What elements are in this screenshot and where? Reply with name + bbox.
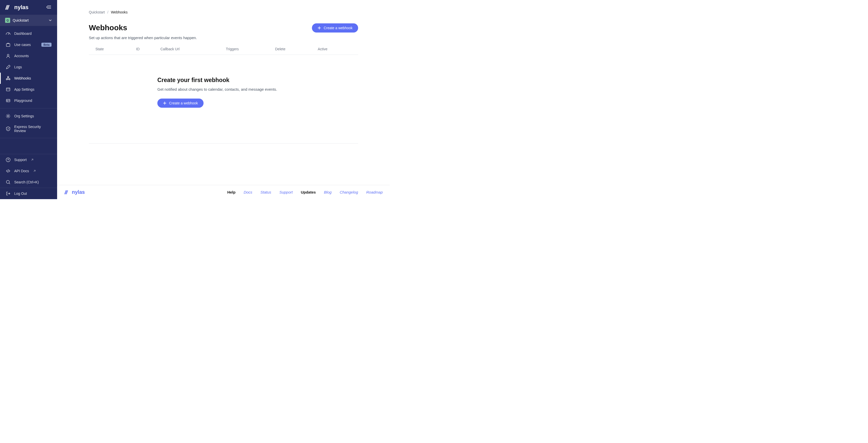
sidebar: nylas Q Quickstart Dash (0, 0, 57, 199)
window-icon (6, 87, 11, 92)
sidebar-item-app-settings[interactable]: App Settings (0, 84, 57, 95)
sidebar-item-label: Dashboard (14, 31, 32, 35)
page-title: Webhooks (89, 23, 127, 32)
create-webhook-button[interactable]: Create a webhook (312, 23, 358, 32)
svg-point-3 (6, 79, 8, 80)
svg-rect-6 (6, 99, 10, 102)
svg-rect-5 (6, 88, 10, 91)
create-webhook-button-empty[interactable]: Create a webhook (157, 98, 204, 108)
code-icon (6, 169, 11, 174)
sidebar-item-search[interactable]: Search (Ctrl+K) (0, 177, 57, 188)
empty-state: Create your first webhook Get notified a… (89, 55, 358, 123)
sidebar-item-playground[interactable]: Playground (0, 95, 57, 106)
sidebar-item-accounts[interactable]: Accounts (0, 50, 57, 61)
sidebar-header: nylas (0, 0, 57, 15)
gauge-icon (6, 31, 11, 36)
chevron-down-icon (49, 19, 52, 22)
logout-icon (6, 191, 11, 196)
sidebar-item-label: Support (14, 158, 27, 162)
th-active: Active (318, 47, 351, 51)
main-content: Quickstart / Webhooks Webhooks Create a … (57, 0, 390, 199)
sidebar-item-label: Org Settings (14, 114, 34, 118)
sidebar-item-label: Webhooks (14, 76, 31, 80)
svg-point-2 (8, 77, 9, 78)
sidebar-item-label: API Docs (14, 169, 29, 173)
footer-logo[interactable]: nylas (64, 189, 85, 195)
nylas-logo-icon (5, 5, 12, 10)
shield-icon (6, 126, 11, 131)
workspace-name: Quickstart (13, 18, 29, 22)
briefcase-icon (6, 42, 11, 47)
th-id: ID (136, 47, 160, 51)
th-callback: Callback Url (160, 47, 226, 51)
footer-links: Help Docs Status Support Updates Blog Ch… (227, 190, 383, 194)
sidebar-item-label: Playground (14, 98, 32, 102)
sidebar-item-label: Search (Ctrl+K) (14, 180, 39, 184)
sidebar-item-logs[interactable]: Logs (0, 61, 57, 72)
breadcrumb: Quickstart / Webhooks (89, 10, 358, 14)
sidebar-item-webhooks[interactable]: Webhooks (0, 72, 57, 84)
help-icon (6, 157, 11, 162)
table-header: State ID Callback Url Triggers Delete Ac… (89, 47, 358, 55)
sidebar-item-api-docs[interactable]: API Docs (0, 165, 57, 177)
sidebar-item-label: Accounts (14, 54, 29, 58)
external-link-icon (33, 170, 36, 173)
sidebar-item-org-settings[interactable]: Org Settings (0, 111, 57, 122)
th-triggers: Triggers (226, 47, 275, 51)
svg-point-1 (7, 54, 9, 56)
svg-rect-0 (6, 44, 10, 47)
plus-icon (163, 101, 166, 105)
gear-icon (6, 114, 11, 119)
sidebar-item-dashboard[interactable]: Dashboard (0, 28, 57, 39)
footer-group-help: Help (227, 190, 236, 194)
empty-state-title: Create your first webhook (157, 77, 358, 84)
th-delete: Delete (275, 47, 318, 51)
collapse-icon (46, 5, 51, 9)
sidebar-item-label: Logs (14, 65, 22, 69)
breadcrumb-root[interactable]: Quickstart (89, 10, 105, 14)
nylas-logo-icon (64, 190, 70, 195)
footer-link-status[interactable]: Status (260, 190, 271, 194)
card-icon (6, 98, 11, 103)
webhook-icon (6, 76, 11, 81)
plus-icon (317, 26, 321, 30)
th-state: State (95, 47, 136, 51)
sidebar-item-label: App Settings (14, 87, 34, 91)
button-label: Create a webhook (323, 26, 352, 30)
brand-name: nylas (14, 4, 28, 11)
external-link-icon (31, 158, 34, 161)
svg-point-4 (9, 79, 10, 80)
sidebar-item-label: Express Security Review (14, 125, 52, 133)
collapse-sidebar-button[interactable] (45, 4, 52, 11)
footer-link-blog[interactable]: Blog (324, 190, 332, 194)
sidebar-item-use-cases[interactable]: Use cases Beta (0, 39, 57, 50)
sidebar-item-label: Use cases (14, 43, 31, 47)
workspace-badge: Q (5, 18, 10, 23)
empty-state-text: Get notified about changes to calendar, … (157, 87, 358, 91)
pencil-icon (6, 64, 11, 69)
svg-point-7 (7, 115, 9, 117)
sidebar-item-support[interactable]: Support (0, 154, 57, 165)
page-subtitle: Set up actions that are triggered when p… (89, 35, 358, 40)
brand-logo[interactable]: nylas (5, 4, 28, 11)
footer-link-roadmap[interactable]: Roadmap (366, 190, 383, 194)
sidebar-item-logout[interactable]: Log Out (0, 188, 57, 199)
breadcrumb-current: Webhooks (111, 10, 128, 14)
footer-link-changelog[interactable]: Changelog (340, 190, 358, 194)
user-icon (6, 53, 11, 58)
footer-group-updates: Updates (301, 190, 316, 194)
footer-brand: nylas (72, 189, 85, 195)
beta-badge: Beta (41, 43, 52, 47)
footer-link-docs[interactable]: Docs (244, 190, 252, 194)
divider (89, 143, 358, 144)
breadcrumb-separator: / (107, 10, 108, 14)
button-label: Create a webhook (169, 101, 198, 105)
footer-link-support[interactable]: Support (279, 190, 293, 194)
sidebar-item-label: Log Out (14, 191, 27, 196)
search-icon (6, 180, 11, 185)
workspace-selector[interactable]: Q Quickstart (0, 15, 57, 26)
sidebar-item-express-security[interactable]: Express Security Review (0, 122, 57, 136)
footer: nylas Help Docs Status Support Updates B… (57, 185, 390, 199)
